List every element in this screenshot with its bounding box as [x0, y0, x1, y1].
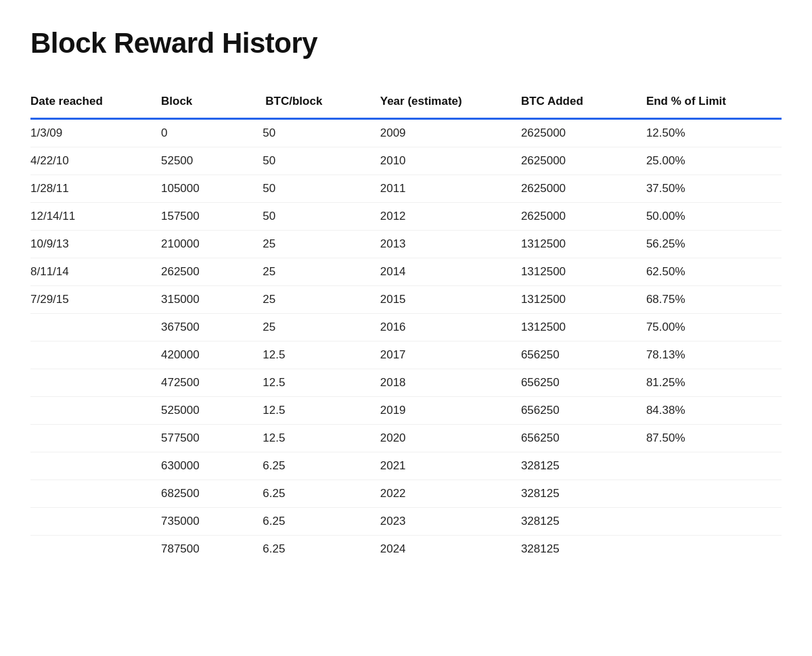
cell-date: 8/11/14	[30, 258, 156, 286]
cell-end-limit: 78.13%	[641, 342, 782, 369]
cell-year: 2016	[375, 314, 516, 342]
cell-btc-added: 656250	[516, 369, 641, 397]
table-row: 7/29/15315000252015131250068.75%	[30, 286, 782, 314]
cell-end-limit: 62.50%	[641, 258, 782, 286]
cell-year: 2014	[375, 258, 516, 286]
header-date: Date reached	[30, 87, 156, 119]
cell-date	[30, 480, 156, 508]
table-row: 7875006.252024328125	[30, 536, 782, 563]
cell-block: 157500	[156, 203, 257, 231]
cell-btc-added: 2625000	[516, 175, 641, 203]
table-row: 6825006.252022328125	[30, 480, 782, 508]
cell-block: 630000	[156, 452, 257, 480]
cell-btc-block: 50	[257, 147, 374, 175]
table-header-row: Date reached Block BTC/block Year (estim…	[30, 87, 782, 119]
cell-year: 2012	[375, 203, 516, 231]
cell-date	[30, 508, 156, 536]
cell-year: 2013	[375, 231, 516, 258]
cell-block: 105000	[156, 175, 257, 203]
table-row: 52500012.5201965625084.38%	[30, 397, 782, 425]
cell-btc-block: 25	[257, 286, 374, 314]
table-row: 47250012.5201865625081.25%	[30, 369, 782, 397]
cell-btc-block: 25	[257, 231, 374, 258]
cell-year: 2017	[375, 342, 516, 369]
table-row: 4/22/1052500502010262500025.00%	[30, 147, 782, 175]
cell-block: 787500	[156, 536, 257, 563]
cell-end-limit: 87.50%	[641, 425, 782, 452]
cell-btc-added: 1312500	[516, 286, 641, 314]
cell-block: 472500	[156, 369, 257, 397]
cell-btc-added: 2625000	[516, 119, 641, 147]
cell-end-limit	[641, 480, 782, 508]
cell-btc-block: 50	[257, 175, 374, 203]
page-title: Block Reward History	[30, 27, 782, 60]
cell-year: 2015	[375, 286, 516, 314]
cell-year: 2018	[375, 369, 516, 397]
header-btc-block: BTC/block	[257, 87, 374, 119]
cell-year: 2020	[375, 425, 516, 452]
table-row: 1/3/090502009262500012.50%	[30, 119, 782, 147]
table-row: 7350006.252023328125	[30, 508, 782, 536]
cell-date: 10/9/13	[30, 231, 156, 258]
cell-btc-added: 328125	[516, 536, 641, 563]
cell-btc-block: 12.5	[257, 342, 374, 369]
cell-block: 525000	[156, 397, 257, 425]
cell-date: 12/14/11	[30, 203, 156, 231]
cell-block: 0	[156, 119, 257, 147]
table-row: 6300006.252021328125	[30, 452, 782, 480]
cell-year: 2010	[375, 147, 516, 175]
cell-btc-added: 328125	[516, 480, 641, 508]
cell-year: 2011	[375, 175, 516, 203]
cell-end-limit	[641, 452, 782, 480]
header-end-limit: End % of Limit	[641, 87, 782, 119]
cell-date: 1/3/09	[30, 119, 156, 147]
cell-date: 1/28/11	[30, 175, 156, 203]
table-row: 42000012.5201765625078.13%	[30, 342, 782, 369]
cell-end-limit: 25.00%	[641, 147, 782, 175]
cell-block: 52500	[156, 147, 257, 175]
cell-block: 367500	[156, 314, 257, 342]
cell-btc-added: 656250	[516, 342, 641, 369]
cell-end-limit: 12.50%	[641, 119, 782, 147]
table-row: 57750012.5202065625087.50%	[30, 425, 782, 452]
table-row: 1/28/11105000502011262500037.50%	[30, 175, 782, 203]
cell-btc-added: 656250	[516, 397, 641, 425]
block-reward-table: Date reached Block BTC/block Year (estim…	[30, 87, 782, 563]
cell-btc-block: 6.25	[257, 480, 374, 508]
cell-date: 4/22/10	[30, 147, 156, 175]
cell-date	[30, 397, 156, 425]
cell-end-limit	[641, 508, 782, 536]
cell-btc-block: 12.5	[257, 425, 374, 452]
cell-year: 2024	[375, 536, 516, 563]
cell-btc-block: 6.25	[257, 508, 374, 536]
table-row: 8/11/14262500252014131250062.50%	[30, 258, 782, 286]
cell-end-limit: 50.00%	[641, 203, 782, 231]
header-btc-added: BTC Added	[516, 87, 641, 119]
cell-btc-block: 6.25	[257, 536, 374, 563]
cell-btc-added: 2625000	[516, 203, 641, 231]
cell-btc-added: 328125	[516, 452, 641, 480]
cell-btc-block: 12.5	[257, 397, 374, 425]
table-row: 367500252016131250075.00%	[30, 314, 782, 342]
cell-block: 735000	[156, 508, 257, 536]
cell-end-limit: 56.25%	[641, 231, 782, 258]
header-year: Year (estimate)	[375, 87, 516, 119]
cell-year: 2023	[375, 508, 516, 536]
table-row: 12/14/11157500502012262500050.00%	[30, 203, 782, 231]
cell-btc-added: 1312500	[516, 231, 641, 258]
cell-date	[30, 425, 156, 452]
cell-block: 420000	[156, 342, 257, 369]
cell-block: 315000	[156, 286, 257, 314]
cell-btc-block: 6.25	[257, 452, 374, 480]
cell-date	[30, 536, 156, 563]
cell-year: 2022	[375, 480, 516, 508]
cell-btc-added: 2625000	[516, 147, 641, 175]
cell-block: 210000	[156, 231, 257, 258]
cell-btc-added: 1312500	[516, 314, 641, 342]
cell-date	[30, 314, 156, 342]
cell-end-limit: 75.00%	[641, 314, 782, 342]
cell-date: 7/29/15	[30, 286, 156, 314]
cell-end-limit: 68.75%	[641, 286, 782, 314]
cell-date	[30, 369, 156, 397]
cell-btc-added: 656250	[516, 425, 641, 452]
